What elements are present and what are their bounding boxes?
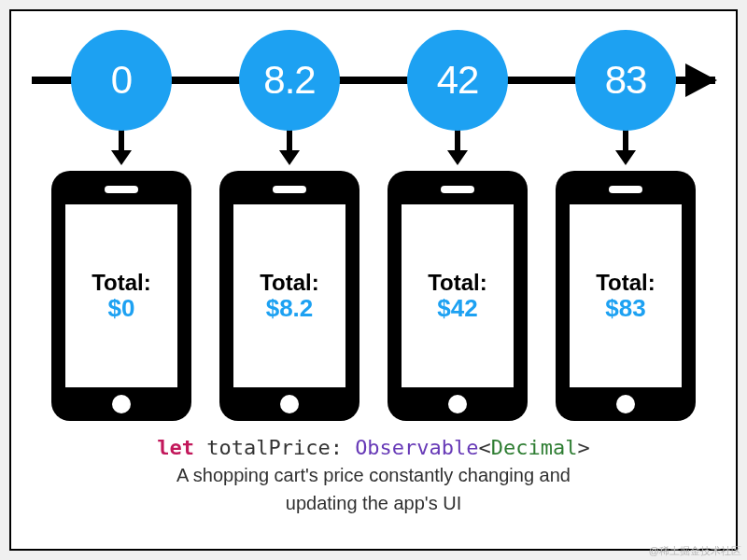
description-line-1: A shopping cart's price constantly chang…	[32, 463, 715, 487]
total-value: $42	[437, 294, 477, 323]
code-declaration: let totalPrice: Observable<Decimal>	[32, 436, 715, 459]
caption: let totalPrice: Observable<Decimal> A sh…	[32, 436, 715, 515]
total-label: Total:	[260, 270, 319, 296]
total-label: Total:	[596, 270, 655, 296]
total-value: $8.2	[266, 294, 314, 323]
phone-home-icon	[448, 395, 467, 413]
phone-home-icon	[112, 395, 131, 413]
phone-screen: Total: $42	[402, 204, 514, 387]
phone-screen: Total: $8.2	[233, 204, 345, 387]
type-observable: Observable	[355, 436, 478, 459]
type-generic: Decimal	[491, 436, 578, 459]
variable-name: totalPrice:	[194, 436, 355, 459]
down-arrow-row	[32, 128, 715, 169]
total-value: $0	[108, 294, 135, 323]
arrow-down-icon	[239, 128, 340, 169]
phone-icon: Total: $0	[51, 171, 191, 421]
phone-home-icon	[280, 395, 299, 413]
phone-speaker-icon	[273, 186, 306, 193]
total-value: $83	[605, 294, 645, 323]
marble-0: 0	[71, 30, 172, 131]
observable-timeline: 0 8.2 42 83	[32, 30, 715, 128]
marble-3: 83	[575, 30, 676, 131]
phone-home-icon	[616, 395, 635, 413]
phone-icon: Total: $83	[556, 171, 696, 421]
keyword-let: let	[157, 436, 194, 459]
arrow-down-icon	[575, 128, 676, 169]
phone-icon: Total: $8.2	[219, 171, 359, 421]
phone-speaker-icon	[105, 186, 138, 193]
total-label: Total:	[92, 270, 151, 296]
phone-screen: Total: $0	[65, 204, 177, 387]
marble-1: 8.2	[239, 30, 340, 131]
diagram-frame: 0 8.2 42 83 Total: $0 Total: $8.2	[9, 9, 738, 551]
phone-speaker-icon	[609, 186, 642, 193]
phone-speaker-icon	[441, 186, 474, 193]
phone-screen: Total: $83	[570, 204, 682, 387]
marble-2: 42	[407, 30, 508, 131]
phone-icon: Total: $42	[388, 171, 528, 421]
angle-lt: <	[479, 436, 491, 459]
phone-row: Total: $0 Total: $8.2 Total: $42 Total	[32, 171, 715, 421]
angle-gt: >	[578, 436, 590, 459]
arrow-down-icon	[71, 128, 172, 169]
description-line-2: updating the app's UI	[32, 491, 715, 515]
total-label: Total:	[428, 270, 487, 296]
arrow-down-icon	[407, 128, 508, 169]
watermark: @稀土掘金技术社区	[649, 544, 741, 558]
marble-row: 0 8.2 42 83	[32, 30, 715, 131]
